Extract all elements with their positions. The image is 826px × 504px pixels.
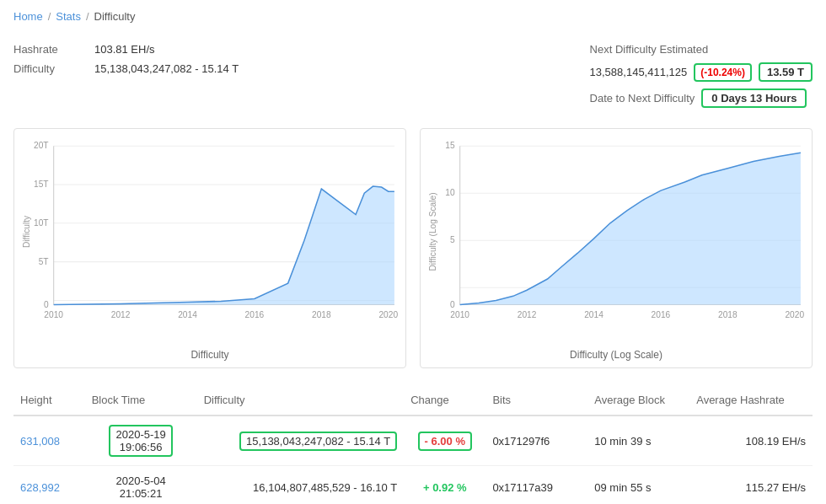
chart-left-title: Difficulty <box>21 349 399 361</box>
date-next-row: Date to Next Difficulty 0 Days 13 Hours <box>590 88 807 108</box>
svg-text:Difficulty (Log Scale): Difficulty (Log Scale) <box>428 192 437 271</box>
cell-blocktime: 2020-5-19 19:06:56 <box>85 416 197 466</box>
charts-section: 20T 15T 10T 5T 0 Difficulty 2010 2012 20… <box>13 128 813 368</box>
hashrate-label: Hashrate <box>13 43 81 56</box>
breadcrumb-home[interactable]: Home <box>13 10 43 23</box>
svg-marker-19 <box>54 186 394 305</box>
svg-text:Difficulty: Difficulty <box>22 215 31 248</box>
chart-left-svg: 20T 15T 10T 5T 0 Difficulty 2010 2012 20… <box>21 137 399 343</box>
cell-difficulty: 15,138,043,247,082 - 15.14 T <box>197 416 405 466</box>
svg-text:2010: 2010 <box>44 310 63 319</box>
svg-text:10: 10 <box>445 188 455 197</box>
cell-blocktime: 2020-5-04 21:05:21 <box>85 466 197 504</box>
th-avghr: Average Hashrate <box>689 385 813 416</box>
svg-text:10T: 10T <box>34 218 49 228</box>
svg-marker-37 <box>460 153 801 304</box>
svg-text:0: 0 <box>450 300 455 309</box>
cell-change: - 6.00 % <box>404 416 485 466</box>
blocktime-badge: 2020-5-19 19:06:56 <box>109 425 172 457</box>
next-diff-values-row: 13,588,145,411,125 (-10.24%) 13.59 T <box>590 62 813 82</box>
data-table: Height Block Time Difficulty Change Bits… <box>13 385 813 504</box>
stats-right: Next Difficulty Estimated 13,588,145,411… <box>590 43 813 108</box>
next-diff-value-badge: 13.59 T <box>759 62 813 82</box>
svg-text:2012: 2012 <box>111 310 131 319</box>
svg-text:2020: 2020 <box>378 310 398 319</box>
cell-avghashrate: 115.27 EH/s <box>689 466 813 504</box>
date-next-label: Date to Next Difficulty <box>590 92 695 105</box>
height-link[interactable]: 628,992 <box>20 481 60 494</box>
th-height: Height <box>13 385 85 416</box>
chart-right-svg: 15 10 5 0 Difficulty (Log Scale) 2010 20… <box>427 137 805 343</box>
svg-text:0: 0 <box>44 300 49 309</box>
svg-text:2012: 2012 <box>518 310 537 319</box>
difficulty-label: Difficulty <box>13 62 81 75</box>
svg-text:2014: 2014 <box>178 310 197 319</box>
cell-avgblock: 09 min 55 s <box>587 466 689 504</box>
chart-right: 15 10 5 0 Difficulty (Log Scale) 2010 20… <box>420 128 813 368</box>
cell-avghashrate: 108.19 EH/s <box>689 416 813 466</box>
difficulty-badge: 15,138,043,247,082 - 15.14 T <box>239 432 397 451</box>
svg-text:15T: 15T <box>34 180 49 189</box>
svg-text:2020: 2020 <box>785 310 804 319</box>
change-badge: - 6.00 % <box>418 432 472 451</box>
breadcrumb-sep2: / <box>86 10 89 23</box>
next-diff-number: 13,588,145,411,125 <box>590 66 688 78</box>
svg-text:15: 15 <box>445 141 455 150</box>
hashrate-value: 103.81 EH/s <box>94 43 155 56</box>
cell-avgblock: 10 min 39 s <box>587 416 689 466</box>
breadcrumb: Home / Stats / Difficulty <box>13 10 813 23</box>
cell-bits: 0x171297f6 <box>485 416 587 466</box>
cell-change: + 0.92 % <box>404 466 485 504</box>
svg-text:2014: 2014 <box>584 310 603 319</box>
hashrate-row: Hashrate 103.81 EH/s <box>13 43 239 56</box>
next-diff-label: Next Difficulty Estimated <box>590 43 709 56</box>
svg-text:20T: 20T <box>34 141 49 150</box>
cell-height: 631,008 <box>13 416 85 466</box>
next-diff-row: Next Difficulty Estimated <box>590 43 709 56</box>
next-diff-change-badge: (-10.24%) <box>694 63 752 82</box>
svg-text:2016: 2016 <box>245 310 265 319</box>
svg-text:2018: 2018 <box>312 310 331 319</box>
height-link[interactable]: 631,008 <box>20 435 60 448</box>
th-avgblock: Average Block <box>587 385 689 416</box>
difficulty-row: Difficulty 15,138,043,247,082 - 15.14 T <box>13 62 239 75</box>
cell-difficulty: 16,104,807,485,529 - 16.10 T <box>197 466 405 504</box>
breadcrumb-stats[interactable]: Stats <box>56 10 81 23</box>
chart-left: 20T 15T 10T 5T 0 Difficulty 2010 2012 20… <box>13 128 406 368</box>
th-change: Change <box>404 385 485 416</box>
stats-header: Hashrate 103.81 EH/s Difficulty 15,138,0… <box>13 36 813 115</box>
th-blocktime: Block Time <box>85 385 197 416</box>
svg-text:5T: 5T <box>39 257 49 266</box>
date-next-value-badge: 0 Days 13 Hours <box>701 88 807 108</box>
table-row: 628,9922020-5-04 21:05:2116,104,807,485,… <box>13 466 813 504</box>
table-header-row: Height Block Time Difficulty Change Bits… <box>13 385 813 416</box>
difficulty-value: 15,138,043,247,082 - 15.14 T <box>94 62 239 75</box>
th-bits: Bits <box>485 385 587 416</box>
chart-right-title: Difficulty (Log Scale) <box>427 349 805 361</box>
breadcrumb-current: Difficulty <box>94 10 136 23</box>
breadcrumb-sep1: / <box>48 10 51 23</box>
cell-height: 628,992 <box>13 466 85 504</box>
cell-bits: 0x17117a39 <box>485 466 587 504</box>
table-row: 631,0082020-5-19 19:06:5615,138,043,247,… <box>13 416 813 466</box>
th-difficulty: Difficulty <box>197 385 405 416</box>
stats-left: Hashrate 103.81 EH/s Difficulty 15,138,0… <box>13 43 239 108</box>
svg-text:2010: 2010 <box>450 310 469 319</box>
svg-text:2016: 2016 <box>652 310 671 319</box>
svg-text:5: 5 <box>450 235 455 244</box>
svg-text:2018: 2018 <box>718 310 738 319</box>
